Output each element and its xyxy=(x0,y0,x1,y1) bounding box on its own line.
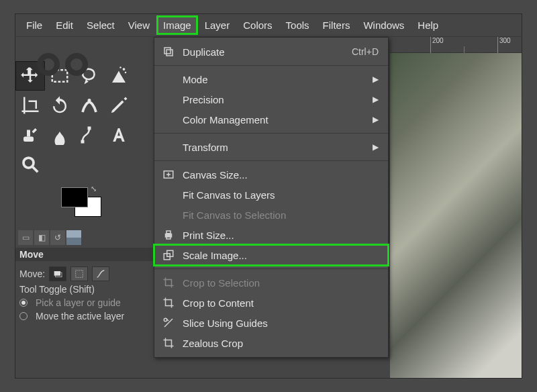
menu-edit[interactable]: Edit xyxy=(49,15,80,35)
menu-item-label: Canvas Size... xyxy=(183,169,379,181)
menu-slice-guides[interactable]: Slice Using Guides xyxy=(154,313,388,333)
submenu-arrow-icon: ▶ xyxy=(373,142,379,152)
toolbox-panel: ⤡ ▭ ◧ ↺ Move Move: Tool Toggle (Shift) xyxy=(15,37,154,378)
menu-duplicate[interactable]: Duplicate Ctrl+D xyxy=(154,42,388,62)
svg-rect-14 xyxy=(166,50,173,56)
menubar: File Edit Select View Image Layer Colors… xyxy=(15,14,522,37)
move-mode-selection[interactable] xyxy=(70,266,88,281)
tool-clone[interactable] xyxy=(15,120,45,150)
menu-item-label: Duplicate xyxy=(183,46,352,58)
submenu-arrow-icon: ▶ xyxy=(373,115,379,124)
svg-rect-10 xyxy=(54,271,60,276)
move-label: Move: xyxy=(19,268,45,279)
radio-move-active-label: Move the active layer xyxy=(36,311,124,322)
svg-point-9 xyxy=(23,158,34,168)
print-icon xyxy=(161,228,176,242)
submenu-arrow-icon: ▶ xyxy=(373,75,379,84)
dock-tabs: ▭ ◧ ↺ xyxy=(15,229,154,246)
menu-item-label: Crop to Selection xyxy=(183,277,379,289)
tool-fuzzy-select[interactable] xyxy=(104,61,134,91)
tool-options-title: Move xyxy=(15,248,154,261)
move-mode-path[interactable] xyxy=(92,266,109,281)
slice-icon xyxy=(161,315,176,330)
image-canvas[interactable] xyxy=(390,53,522,378)
svg-rect-17 xyxy=(166,231,170,234)
dock-tab-image[interactable] xyxy=(66,230,81,245)
menu-image[interactable]: Image xyxy=(156,15,198,35)
menu-crop-content[interactable]: Crop to Content xyxy=(154,293,388,313)
tool-options-body: Move: Tool Toggle (Shift) Pick a layer o… xyxy=(15,261,154,327)
radio-icon xyxy=(19,299,28,307)
wilber-eye-icon xyxy=(65,53,88,76)
tool-path[interactable] xyxy=(75,120,104,150)
menu-canvas-size[interactable]: Canvas Size... xyxy=(154,164,388,185)
menu-separator xyxy=(154,268,388,269)
tool-text[interactable] xyxy=(104,120,134,150)
menu-print-size[interactable]: Print Size... xyxy=(154,225,388,245)
menu-mode[interactable]: Mode ▶ xyxy=(154,69,388,89)
tool-rotate[interactable] xyxy=(45,91,75,120)
menu-separator xyxy=(154,160,388,161)
menu-filters[interactable]: Filters xyxy=(316,15,357,35)
menu-item-label: Fit Canvas to Selection xyxy=(183,209,379,221)
radio-pick-layer-label: Pick a layer or guide xyxy=(36,297,121,308)
move-mode-layer[interactable] xyxy=(49,266,66,281)
svg-point-2 xyxy=(119,66,121,68)
menu-item-accel: Ctrl+D xyxy=(352,46,379,57)
menu-fit-canvas-layers[interactable]: Fit Canvas to Layers xyxy=(154,185,388,205)
dock-tab-tool-options[interactable]: ▭ xyxy=(18,230,33,245)
tool-zoom[interactable] xyxy=(15,150,45,179)
tool-warp[interactable] xyxy=(75,91,104,120)
radio-icon xyxy=(19,312,28,320)
menu-item-label: Precision xyxy=(183,94,373,105)
menu-help[interactable]: Help xyxy=(411,15,445,35)
menu-zealous-crop[interactable]: Zealous Crop xyxy=(154,333,388,353)
ruler-tick: 200 xyxy=(430,37,444,53)
crop-icon xyxy=(161,295,176,310)
menu-item-label: Zealous Crop xyxy=(183,338,379,349)
menu-view[interactable]: View xyxy=(121,15,156,35)
tool-smudge[interactable] xyxy=(45,120,75,150)
svg-point-1 xyxy=(123,68,126,70)
menu-color-management[interactable]: Color Management ▶ xyxy=(154,109,388,130)
menu-precision[interactable]: Precision ▶ xyxy=(154,89,388,109)
dock-tab-history[interactable]: ↺ xyxy=(50,230,65,245)
svg-rect-18 xyxy=(166,236,170,239)
scale-icon xyxy=(161,248,176,262)
svg-rect-12 xyxy=(76,271,83,278)
crop-icon xyxy=(161,336,176,350)
menu-file[interactable]: File xyxy=(19,15,49,35)
wilber-eye-icon xyxy=(37,53,60,76)
menu-scale-image[interactable]: Scale Image... xyxy=(154,245,388,265)
menu-item-label: Mode xyxy=(183,74,373,85)
tool-toggle-label: Tool Toggle (Shift) xyxy=(19,284,150,295)
menu-colors[interactable]: Colors xyxy=(236,15,279,35)
menu-item-label: Slice Using Guides xyxy=(183,317,379,329)
svg-rect-5 xyxy=(23,137,34,142)
color-swatches[interactable]: ⤡ xyxy=(15,185,154,225)
menu-windows[interactable]: Windows xyxy=(356,15,411,35)
menu-item-label: Transform xyxy=(183,142,373,153)
menu-item-label: Print Size... xyxy=(183,230,379,241)
crop-icon xyxy=(161,275,176,290)
svg-rect-8 xyxy=(88,127,91,130)
menu-transform[interactable]: Transform ▶ xyxy=(154,137,388,157)
radio-pick-layer[interactable]: Pick a layer or guide xyxy=(19,297,150,308)
dock-tab-device[interactable]: ◧ xyxy=(34,230,49,245)
svg-point-4 xyxy=(88,99,91,102)
menu-select[interactable]: Select xyxy=(80,15,121,35)
svg-rect-6 xyxy=(27,130,30,137)
tool-crop[interactable] xyxy=(15,91,45,120)
ruler-horizontal: 200 300 xyxy=(390,37,522,53)
radio-move-active[interactable]: Move the active layer xyxy=(19,311,150,322)
menu-separator xyxy=(154,65,388,66)
tool-pencil[interactable] xyxy=(104,91,134,120)
image-menu-dropdown: Duplicate Ctrl+D Mode ▶ Precision ▶ Colo… xyxy=(154,37,389,358)
menu-layer[interactable]: Layer xyxy=(198,15,237,35)
swap-colors-icon[interactable]: ⤡ xyxy=(91,185,97,193)
fg-color-swatch[interactable] xyxy=(61,187,88,207)
svg-point-3 xyxy=(125,72,127,74)
menu-item-label: Color Management xyxy=(183,114,373,126)
menu-tools[interactable]: Tools xyxy=(279,15,316,35)
duplicate-icon xyxy=(161,44,176,59)
